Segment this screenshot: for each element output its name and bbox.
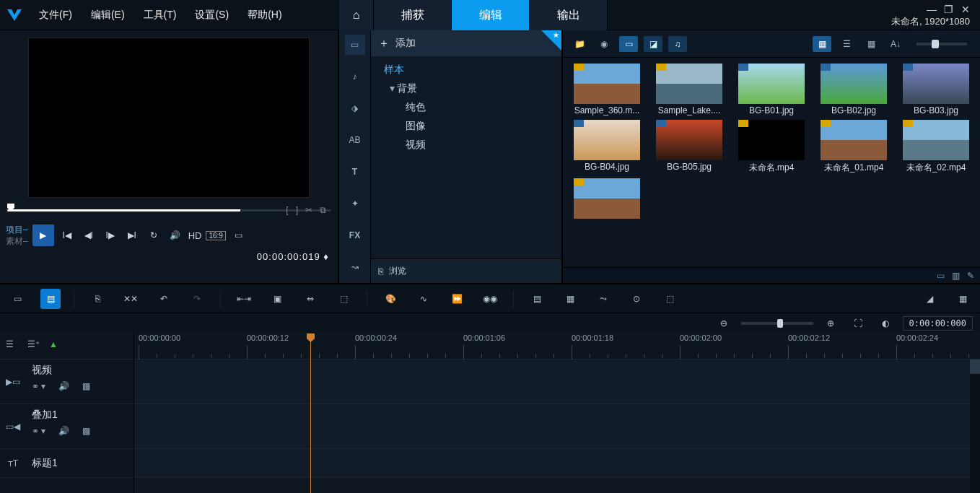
lib-tab-fx-icon[interactable]: FX — [345, 225, 365, 245]
effects-button[interactable]: ▦ — [953, 289, 973, 309]
prev-frame-button[interactable]: ◀I — [80, 227, 97, 244]
scrub-handle-icon[interactable] — [7, 204, 14, 211]
track-add-icon[interactable]: ☰⁺ — [27, 339, 42, 354]
tools-button[interactable]: ✕✕ — [121, 289, 141, 309]
fit-project-button[interactable]: ⛶ — [848, 313, 868, 333]
track-head-overlay[interactable]: ▭◀ 叠加1 ⚭ ▾ 🔊 ▩ — [0, 404, 134, 449]
timeline-scrollbar[interactable] — [970, 359, 980, 493]
footer-options-icon[interactable]: ✎ — [967, 271, 974, 281]
next-frame-button[interactable]: I▶ — [102, 227, 119, 244]
mode-tab-home[interactable]: ⌂ — [339, 0, 374, 30]
library-item[interactable]: BG-B02.jpg — [815, 64, 892, 115]
stretch-button[interactable]: ⇔ — [300, 289, 320, 309]
paint-button[interactable]: ◢ — [919, 289, 940, 309]
lib-tab-title-icon[interactable]: AB — [345, 130, 365, 150]
mode-tab-capture[interactable]: 捕获 — [374, 0, 452, 30]
grid-button[interactable]: ▦ — [560, 289, 580, 309]
mode-tab-edit[interactable]: 编辑 — [452, 0, 530, 30]
capture-icon[interactable]: ◉ — [595, 36, 613, 52]
track-lane-title[interactable] — [134, 449, 980, 478]
resize-icon[interactable]: ▭ — [230, 227, 248, 244]
blend-button[interactable]: ◉◉ — [480, 289, 500, 309]
lib-tab-path-icon[interactable]: ↝ — [345, 257, 365, 277]
go-start-button[interactable]: I◀ — [58, 227, 76, 244]
sort-icon[interactable]: A↓ — [886, 36, 905, 52]
preview-mode-project[interactable]: 项目– — [6, 224, 28, 235]
library-add-header[interactable]: ＋ 添加 — [371, 30, 561, 56]
tree-item-video[interactable]: 视频 — [371, 136, 561, 154]
view-grid-icon[interactable]: ▦ — [862, 36, 880, 52]
loop-button[interactable]: ↻ — [145, 227, 162, 244]
maximize-button[interactable]: ❐ — [944, 4, 954, 14]
track-mute-icon[interactable]: 🔊 — [58, 426, 69, 436]
aspect-badge[interactable]: 16:9 — [206, 231, 225, 240]
mark-in-icon[interactable]: [ — [286, 205, 288, 215]
preview-mode-clip[interactable]: 素材– — [6, 235, 28, 247]
expand-icon[interactable]: ⧉ — [320, 205, 326, 215]
library-item[interactable] — [569, 178, 645, 220]
filter-photo-icon[interactable]: ◪ — [644, 36, 662, 52]
preview-timecode[interactable]: 00:00:00:019 ♦ — [0, 247, 338, 262]
track-lane-overlay[interactable] — [134, 404, 980, 449]
thumb-size-slider[interactable] — [916, 43, 967, 45]
lib-tab-graphic-icon[interactable]: ✦ — [345, 193, 365, 214]
tree-item-solid[interactable]: 纯色 — [371, 98, 561, 117]
library-item[interactable]: BG-B05.jpg — [651, 120, 727, 174]
library-item[interactable]: BG-B03.jpg — [898, 64, 974, 115]
library-item[interactable]: 未命名_01.mp4 — [815, 120, 892, 174]
tree-item-background[interactable]: ▾背景 — [371, 79, 561, 98]
track-mute-icon[interactable]: 🔊 — [58, 381, 69, 391]
hd-label[interactable]: HD — [188, 230, 202, 241]
menu-settings[interactable]: 设置(S) — [188, 6, 236, 25]
volume-button[interactable]: 🔊 — [167, 227, 184, 244]
pin-icon[interactable] — [541, 30, 561, 51]
zoom-slider[interactable] — [741, 322, 813, 325]
track-head-video[interactable]: ▶▭ 视频 ⚭ ▾ 🔊 ▩ — [0, 359, 134, 404]
track-menu-icon[interactable]: ☰ — [6, 339, 20, 354]
resize-button[interactable]: ⬚ — [333, 289, 354, 309]
menu-tools[interactable]: 工具(T) — [136, 6, 184, 25]
mode-tab-output[interactable]: 输出 — [530, 0, 608, 30]
mask-button[interactable]: ⬚ — [660, 289, 680, 309]
library-item[interactable]: 未命名_02.mp4 — [898, 120, 974, 174]
cut-icon[interactable]: ✂ — [305, 205, 312, 215]
track-link-icon[interactable]: ⚭ ▾ — [32, 426, 45, 436]
fit-button[interactable]: ⇤⇥ — [234, 289, 254, 309]
mark-out-icon[interactable]: ] — [296, 205, 298, 215]
footer-view-list-icon[interactable]: ▥ — [952, 271, 960, 281]
track-toggle-icon[interactable]: ▲ — [49, 339, 64, 354]
crop-button[interactable]: ▣ — [267, 289, 287, 309]
chapter-button[interactable]: ▤ — [527, 289, 547, 309]
undo-button[interactable]: ↶ — [154, 289, 174, 309]
close-button[interactable]: ✕ — [961, 4, 971, 14]
view-thumb-icon[interactable]: ▦ — [813, 36, 831, 52]
lib-tab-transition-icon[interactable]: ⬗ — [345, 98, 365, 118]
filter-video-icon[interactable]: ▭ — [619, 36, 638, 52]
redo-button[interactable]: ↷ — [187, 289, 207, 309]
menu-edit[interactable]: 编辑(E) — [84, 6, 132, 25]
track-fx-icon[interactable]: ▩ — [82, 426, 90, 436]
timeline-timecode[interactable]: 0:00:00:000 — [903, 316, 973, 331]
menu-help[interactable]: 帮助(H) — [240, 6, 289, 25]
clock-button[interactable]: ◐ — [875, 313, 896, 333]
storyboard-view-button[interactable]: ▭ — [7, 289, 27, 309]
timeline-view-button[interactable]: ▤ — [40, 289, 61, 309]
lib-tab-audio-icon[interactable]: ♪ — [345, 66, 365, 87]
preview-video[interactable] — [28, 38, 310, 198]
lib-tab-media-icon[interactable]: ▭ — [345, 35, 365, 55]
library-item[interactable]: 未命名.mp4 — [733, 120, 810, 174]
timeline-lanes[interactable]: 00:00:00:0000:00:00:1200:00:00:2400:00:0… — [134, 333, 980, 493]
lib-tab-text-icon[interactable]: T — [345, 162, 365, 182]
library-item[interactable]: BG-B01.jpg — [733, 64, 810, 115]
footer-view-thumb-icon[interactable]: ▭ — [937, 271, 945, 281]
zoom-out-button[interactable]: ⊖ — [714, 313, 734, 333]
preview-scrubber[interactable]: [ ] ✂ ⧉ — [7, 204, 331, 218]
library-item[interactable]: Sample_Lake.... — [651, 64, 727, 115]
color-button[interactable]: 🎨 — [380, 289, 401, 309]
multicam-button[interactable]: ⊙ — [626, 289, 647, 309]
view-list-icon[interactable]: ☰ — [837, 36, 856, 52]
copy-button[interactable]: ⎘ — [87, 289, 108, 309]
library-item[interactable]: Sample_360.m... — [569, 64, 645, 115]
filter-audio-icon[interactable]: ♫ — [668, 36, 687, 52]
library-item[interactable]: BG-B04.jpg — [569, 120, 645, 174]
